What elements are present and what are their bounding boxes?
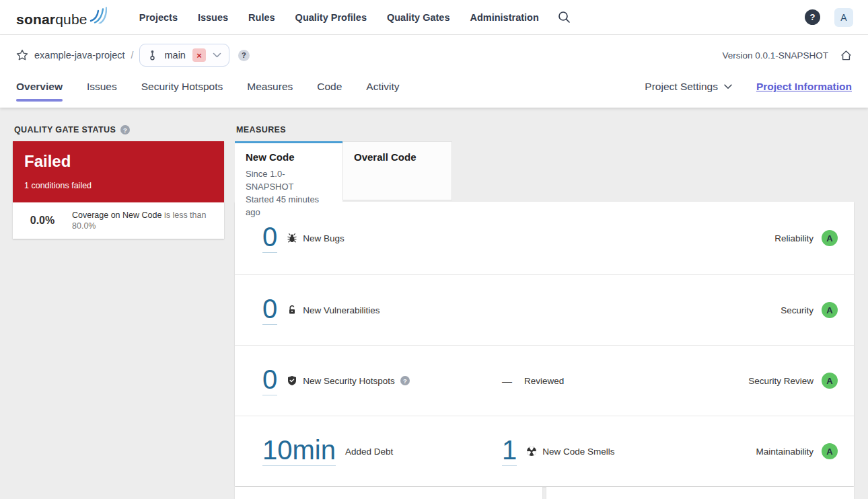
tab-code[interactable]: Code [317, 75, 342, 102]
topnav-item-administration[interactable]: Administration [470, 12, 538, 23]
new-vulnerabilities-count-link[interactable]: 0 [262, 295, 277, 325]
breadcrumb-separator: / [131, 50, 134, 61]
condition-value: 0.0% [13, 215, 72, 227]
project-header: example-java-project / main × ? Version … [0, 35, 868, 108]
question-icon: ? [242, 51, 246, 59]
security-review-label: Security Review [748, 376, 813, 386]
chevron-down-icon [724, 84, 732, 89]
avatar[interactable]: A [834, 8, 853, 27]
new-bugs-label: New Bugs [303, 233, 345, 243]
top-navigation-bar: sonarqube Projects Issues Rules Quality … [0, 0, 868, 35]
homepage-button[interactable] [840, 50, 852, 61]
project-settings-dropdown[interactable]: Project Settings [645, 81, 732, 93]
measure-row-security-hotspots: 0 New Security Hotspots ? — Revi [235, 345, 854, 416]
measure-row-maintainability: 10min Added Debt 1 [235, 416, 854, 486]
bug-icon [287, 233, 297, 243]
measures-tab-strip: New Code Since 1.0-SNAPSHOT Started 45 m… [235, 141, 854, 202]
logo-text-light: qube [55, 11, 87, 27]
avatar-initial: A [840, 12, 846, 23]
quality-gate-help-button[interactable]: ? [120, 125, 130, 135]
tab-measures[interactable]: Measures [247, 75, 293, 102]
lock-icon [287, 305, 297, 315]
project-settings-label: Project Settings [645, 81, 718, 93]
maintainability-rating-badge: A [822, 443, 838, 459]
added-debt-label: Added Debt [345, 447, 393, 457]
quality-gate-panel: QUALITY GATE STATUS ? Failed 1 condition… [13, 125, 224, 499]
help-button[interactable]: ? [805, 9, 820, 25]
topnav-item-projects[interactable]: Projects [139, 12, 178, 23]
close-icon: × [196, 50, 202, 61]
next-measures-row [235, 487, 854, 499]
question-icon: ? [123, 126, 127, 134]
tab-issues[interactable]: Issues [87, 75, 117, 102]
new-bugs-count-link[interactable]: 0 [262, 223, 277, 253]
breadcrumb: example-java-project / main × ? Version … [0, 35, 868, 75]
tab-activity[interactable]: Activity [366, 75, 399, 102]
measures-panel: MEASURES New Code Since 1.0-SNAPSHOT Sta… [235, 125, 854, 499]
coverage-box-partial [235, 487, 542, 499]
version-label: Version 0.0.1-SNAPSHOT [722, 50, 828, 61]
overall-code-tab-label: Overall Code [354, 151, 441, 163]
code-smell-icon [526, 446, 537, 457]
branch-help-button[interactable]: ? [238, 50, 250, 61]
question-icon: ? [403, 377, 407, 385]
help-icon: ? [810, 12, 816, 22]
topnav-item-rules[interactable]: Rules [248, 12, 275, 23]
failed-condition-row[interactable]: 0.0% Coverage on New Code is less than 8… [13, 202, 224, 239]
shield-icon [287, 375, 297, 386]
measures-title: MEASURES [236, 125, 286, 135]
security-hotspots-help-button[interactable]: ? [400, 376, 410, 385]
new-security-hotspots-label: New Security Hotspots [303, 376, 395, 386]
git-branch-icon [147, 50, 157, 61]
reviewed-percentage-dash: — [502, 375, 512, 387]
tab-overall-code[interactable]: Overall Code [342, 141, 452, 200]
star-icon [16, 49, 28, 61]
security-rating-badge: A [822, 302, 838, 318]
new-code-smells-label: New Code Smells [542, 447, 614, 457]
branch-clear-button[interactable]: × [192, 48, 206, 62]
reliability-rating-badge: A [822, 230, 838, 246]
duplications-box-partial [546, 487, 854, 499]
quality-gate-status-banner: Failed 1 conditions failed [13, 141, 224, 202]
branch-name: main [164, 50, 185, 61]
security-review-rating-badge: A [822, 373, 838, 389]
condition-metric-link[interactable]: Coverage on New Code [72, 210, 161, 220]
quality-gate-status: Failed [24, 153, 213, 170]
new-code-smells-count-link[interactable]: 1 [502, 436, 517, 466]
security-label: Security [781, 305, 813, 315]
new-code-since: Since 1.0-SNAPSHOT [246, 167, 332, 193]
chevron-down-icon [213, 52, 221, 59]
search-icon [558, 11, 571, 24]
branch-selector[interactable]: main × [139, 44, 229, 67]
project-tabs: Overview Issues Security Hotspots Measur… [0, 75, 868, 108]
tab-overview[interactable]: Overview [16, 75, 63, 102]
topnav-item-issues[interactable]: Issues [198, 12, 228, 23]
new-vulnerabilities-label: New Vulnerabilities [303, 305, 379, 315]
reviewed-label: Reviewed [524, 376, 564, 386]
topnav-item-quality-profiles[interactable]: Quality Profiles [295, 12, 367, 23]
new-security-hotspots-count-link[interactable]: 0 [262, 366, 277, 395]
project-information-link[interactable]: Project Information [756, 81, 852, 93]
tab-security-hotspots[interactable]: Security Hotspots [141, 75, 223, 102]
breadcrumb-project-name[interactable]: example-java-project [34, 50, 125, 61]
reliability-label: Reliability [774, 233, 813, 243]
maintainability-label: Maintainability [756, 447, 813, 457]
logo-text-bold: sonar [16, 11, 55, 27]
logo-swoosh-icon [89, 7, 107, 24]
added-debt-link[interactable]: 10min [262, 436, 336, 466]
new-code-started: Started 45 minutes ago [246, 193, 332, 219]
quality-gate-title: QUALITY GATE STATUS [14, 125, 116, 135]
overview-content: QUALITY GATE STATUS ? Failed 1 condition… [0, 108, 868, 499]
sonarqube-logo[interactable]: sonarqube [16, 7, 107, 28]
home-icon [840, 50, 852, 61]
tab-new-code[interactable]: New Code Since 1.0-SNAPSHOT Started 45 m… [235, 141, 342, 202]
new-code-measures-card: 0 New Bugs Reliabil [235, 202, 854, 486]
quality-gate-conditions-count: 1 conditions failed [24, 181, 213, 190]
favorite-star-button[interactable] [16, 49, 28, 61]
topnav-menu: Projects Issues Rules Quality Profiles Q… [139, 12, 539, 23]
new-code-tab-label: New Code [246, 151, 332, 163]
topnav-item-quality-gates[interactable]: Quality Gates [387, 12, 449, 23]
search-button[interactable] [558, 11, 571, 24]
measure-row-vulnerabilities: 0 New Vulnerabilities Security A [235, 274, 854, 345]
